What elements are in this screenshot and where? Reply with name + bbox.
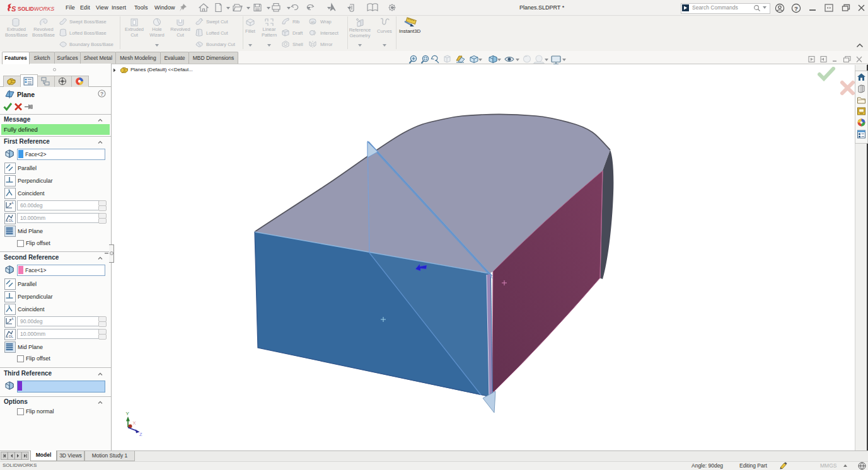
svg-text:Y: Y xyxy=(126,411,130,416)
svg-text:DL: DL xyxy=(9,219,13,222)
svg-text:A: A xyxy=(11,317,14,321)
svg-text:A: A xyxy=(11,201,14,205)
svg-text:DL: DL xyxy=(9,335,13,338)
svg-text:SOLIDWORKS: SOLIDWORKS xyxy=(18,6,54,12)
svg-text:?: ? xyxy=(794,5,798,12)
svg-text:Z: Z xyxy=(139,432,142,437)
svg-text:ab: ab xyxy=(311,20,315,24)
svg-text:?: ? xyxy=(100,91,103,97)
svg-text:S: S xyxy=(11,5,16,13)
svg-text:X: X xyxy=(133,420,136,426)
